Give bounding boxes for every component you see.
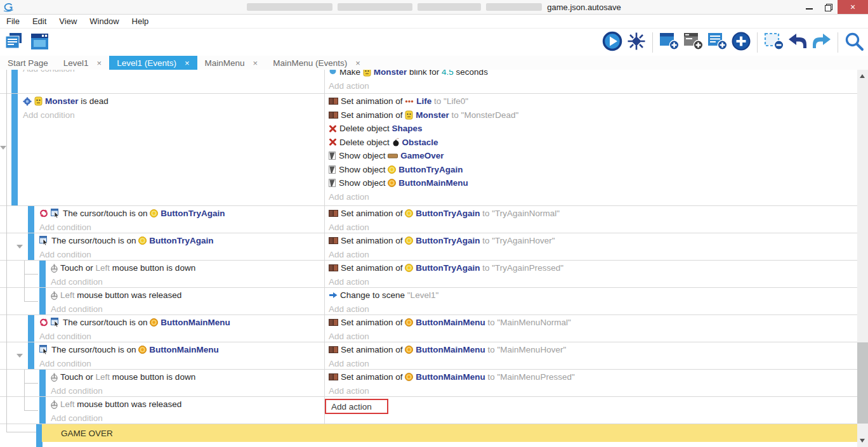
event-selection-bar[interactable] [39,397,46,424]
event-row[interactable]: Left mouse button was releasedAdd condit… [0,288,857,315]
add-condition[interactable]: Add condition [39,357,324,370]
add-action[interactable]: Add action [329,275,857,288]
action-line[interactable]: Set animation of ButtonMainMenu to "Main… [329,316,857,330]
action-line[interactable]: Set animation of ButtonMainMenu to "Main… [329,343,857,357]
event-row[interactable]: The cursor/touch is on ButtonMainMenuAdd… [0,315,857,342]
tab-start-page[interactable]: Start Page [0,56,56,70]
condition-line[interactable]: Left mouse button was released [51,398,324,411]
event-row[interactable]: The cursor/touch is on ButtonTryAgainAdd… [0,233,857,261]
add-condition[interactable]: Add condition [51,384,324,397]
tab-mainmenu-events-[interactable]: MainMenu (Events)× [265,56,368,70]
condition-line[interactable]: The cursor/touch is on ButtonTryAgain [39,234,324,248]
condition-line[interactable]: Left mouse button was released [51,288,324,302]
action-line[interactable]: Show object GameOver [329,149,857,163]
event-selection-bar[interactable] [11,70,18,93]
event-row[interactable]: Add conditionMake Monster blink for 4.5 … [0,70,857,94]
event-row[interactable]: The cursor/touch is on ButtonTryAgainAdd… [0,206,857,233]
fold-arrow-icon[interactable] [0,146,6,150]
event-row[interactable]: Monster is deadAdd conditionSet animatio… [0,94,857,206]
action-line[interactable]: Set animation of ButtonMainMenu to "Main… [329,370,857,384]
fold-arrow-icon[interactable] [16,245,23,249]
add-event-button[interactable] [657,31,680,54]
action-line[interactable]: Make Monster blink for 4.5 seconds [329,70,857,79]
vertical-scrollbar[interactable] [857,70,868,447]
play-button[interactable] [601,31,624,54]
event-selection-bar[interactable] [39,288,46,314]
event-selection-bar[interactable] [28,206,34,233]
action-line[interactable]: Delete object Obstacle [329,136,857,150]
add-condition[interactable]: Add condition [51,302,324,315]
close-button[interactable]: × [838,0,868,14]
event-row[interactable]: Left mouse button was releasedAdd condit… [0,397,857,424]
event-row[interactable]: The cursor/touch is on ButtonMainMenuAdd… [0,342,857,370]
action-line[interactable]: Change to scene "Level1" [329,288,857,302]
condition-line[interactable]: The cursor/touch is on ButtonMainMenu [39,343,324,357]
project-manager-button[interactable] [3,31,25,54]
event-row[interactable]: Touch or Left mouse button is downAdd co… [0,261,857,288]
condition-line[interactable]: Monster is dead [23,94,324,108]
event-selection-bar[interactable] [28,315,34,342]
scene-editor-button[interactable] [28,31,51,54]
action-line[interactable]: Show object ButtonTryAgain [329,163,857,177]
fold-arrow-icon[interactable] [16,354,23,358]
menu-item-help[interactable]: Help [126,15,155,28]
add-subevent-button[interactable] [681,31,704,54]
tab-mainmenu[interactable]: MainMenu× [197,56,266,70]
undo-button[interactable] [786,31,809,54]
add-circle-button[interactable] [730,31,753,54]
action-line[interactable]: Set animation of Life to "Life0" [329,94,857,108]
add-action[interactable]: Add action [329,330,857,342]
add-condition[interactable]: Add condition [39,221,324,233]
add-action[interactable]: Add action [329,357,857,370]
add-condition[interactable]: Add condition [23,108,324,122]
add-action[interactable]: Add action [329,302,857,315]
tab-close-icon[interactable]: × [97,58,102,68]
add-action[interactable]: Add action [329,248,857,261]
menu-item-view[interactable]: View [53,15,83,28]
tab-level1-events-[interactable]: Level1 (Events)× [109,56,197,70]
add-condition[interactable]: Add condition [23,70,324,76]
event-selection-bar[interactable] [11,94,18,205]
add-action-highlighted[interactable]: Add action [325,399,388,414]
add-action[interactable]: Add action [329,384,857,397]
event-selection-bar[interactable] [28,233,34,260]
menu-item-edit[interactable]: Edit [26,15,53,28]
delete-selection-button[interactable] [762,31,785,54]
condition-line[interactable]: The cursor/touch is on ButtonMainMenu [39,316,324,330]
event-row[interactable]: Touch or Left mouse button is downAdd co… [0,370,857,397]
event-selection-bar[interactable] [39,370,46,396]
add-comment-button[interactable] [706,31,728,54]
tab-close-icon[interactable]: × [253,58,258,68]
redo-button[interactable] [810,31,833,54]
scrollbar-thumb[interactable] [857,342,868,424]
tab-close-icon[interactable]: × [185,58,190,68]
add-action[interactable]: Add action [329,190,857,204]
action-line[interactable]: Set animation of ButtonTryAgain to "TryA… [329,261,857,275]
action-line[interactable]: Show object ButtonMainMenu [329,176,857,190]
action-line[interactable]: Set animation of ButtonTryAgain to "TryA… [329,207,857,221]
event-selection-bar[interactable] [39,261,46,287]
condition-line[interactable]: Touch or Left mouse button is down [51,370,324,384]
add-condition[interactable]: Add condition [39,330,324,342]
condition-line[interactable]: Touch or Left mouse button is down [51,261,324,275]
action-line[interactable]: Set animation of ButtonTryAgain to "TryA… [329,234,857,248]
search-button[interactable] [843,31,865,54]
add-condition[interactable]: Add condition [39,248,324,261]
condition-line[interactable]: The cursor/touch is on ButtonTryAgain [39,207,324,221]
comment-event-row[interactable]: GAME OVER [0,424,857,443]
add-action[interactable]: Add action [329,221,857,233]
add-condition[interactable]: Add condition [51,411,324,424]
comment-body[interactable]: GAME OVER [42,424,857,442]
add-condition[interactable]: Add condition [51,275,324,288]
menu-item-window[interactable]: Window [83,15,125,28]
action-line[interactable]: Delete object Shapes [329,122,857,136]
scroll-up-arrow-icon[interactable] [860,74,865,78]
scroll-down-arrow-icon[interactable] [860,439,865,443]
menu-item-file[interactable]: File [0,15,26,28]
event-selection-bar[interactable] [28,342,34,369]
restore-button[interactable] [819,0,838,14]
minimize-button[interactable] [799,0,819,14]
debug-button[interactable] [625,31,648,54]
tab-level1[interactable]: Level1× [56,56,109,70]
add-action[interactable]: Add action [329,79,857,93]
